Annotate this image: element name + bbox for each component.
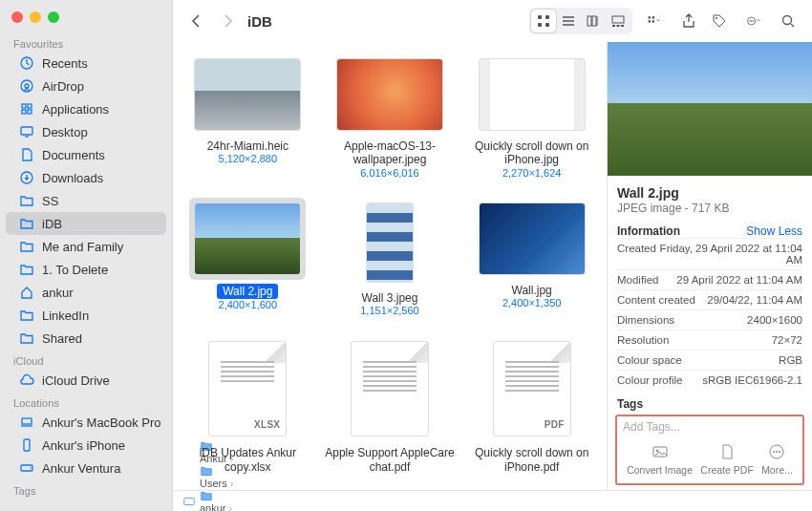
svg-point-31 [751,20,752,21]
zoom-window[interactable] [48,11,59,23]
phone-icon [19,437,34,453]
search-button[interactable] [776,10,801,32]
folder-icon [19,239,34,254]
share-button[interactable] [676,10,701,32]
sidebar-item-ss[interactable]: SS [6,189,166,212]
quick-action-convert-image[interactable]: Convert Image [627,443,693,476]
path-segment[interactable]: ankur [200,502,226,512]
folder-icon [200,489,213,502]
group-by-button[interactable] [638,10,671,32]
window-controls [0,8,172,32]
list-view-button[interactable] [556,10,581,32]
file-name: Quickly scroll down on iPhone.jpg [466,139,597,167]
svg-rect-24 [649,16,651,18]
file-icon-area[interactable]: 24hr-Miami.heic 5,120×2,880 Apple-macOS-… [173,42,607,490]
info-row: Content created29/04/22, 11:04 AM [617,289,802,309]
apps-icon [19,101,34,117]
icon-view-button[interactable] [531,10,556,32]
back-button[interactable] [184,10,209,32]
sidebar-item-label: Documents [42,148,105,162]
sidebar-item-me-and-family[interactable]: Me and Family [6,235,166,258]
sidebar-item-label: Shared [42,331,82,346]
file-item[interactable]: Wall 2.jpg 2,400×1,600 [179,190,317,324]
sidebar-item-shared[interactable]: Shared [6,327,166,350]
svg-point-32 [753,20,754,21]
file-item[interactable]: Wall.jpg 2,400×1,350 [462,190,601,324]
folder-icon [19,330,34,346]
file-item[interactable]: XLSX iDB Updates Ankur copy.xlsx [179,328,317,481]
svg-rect-6 [28,110,32,114]
svg-point-35 [655,450,658,453]
svg-rect-22 [617,25,620,27]
svg-rect-10 [24,439,30,451]
add-tags-input[interactable]: Add Tags... [623,420,797,434]
file-item[interactable]: Apple-macOS-13-wallpaper.jpeg 6,016×6,01… [321,46,459,186]
sidebar-item-label: Ankur's iPhone [42,438,125,453]
inspector-kind: JPEG image - 717 KB [617,202,802,215]
quick-action-more-[interactable]: More... [761,443,793,476]
file-name: Quickly scroll down on iPhone.pdf [466,446,597,474]
tags-header: Tags [617,397,802,411]
svg-point-28 [716,17,717,19]
sidebar-item-documents[interactable]: Documents [6,143,166,166]
sidebar-item-icloud-drive[interactable]: iCloud Drive [6,369,166,392]
sidebar: Favourites Recents AirDrop Applications … [0,0,173,511]
quick-action-create-pdf[interactable]: Create PDF [700,443,753,476]
folder-icon [19,193,34,208]
sidebar-item-airdrop[interactable]: AirDrop [6,75,166,97]
image-thumb [367,203,413,282]
sidebar-item-applications[interactable]: Applications [6,97,166,120]
file-item[interactable]: PDF Quickly scroll down on iPhone.pdf [462,328,601,481]
file-item[interactable]: Apple Support AppleCare chat.pdf [321,328,459,481]
actions-button[interactable] [737,10,770,32]
sidebar-item-1-to-delete[interactable]: 1. To Delete [6,258,166,281]
sidebar-item-ankur-s-iphone[interactable]: Ankur's iPhone [6,434,166,457]
svg-rect-40 [184,498,195,504]
sidebar-item-label: 1. To Delete [42,263,108,277]
file-dimensions: 6,016×6,016 [360,167,418,179]
file-dimensions: 5,120×2,880 [219,153,277,164]
column-view-button[interactable] [581,10,606,32]
laptop-icon [19,415,34,430]
quick-action-label: Convert Image [627,464,693,476]
file-item[interactable]: 24hr-Miami.heic 5,120×2,880 [179,46,317,186]
svg-rect-9 [22,418,32,424]
sidebar-item-label: Me and Family [42,240,123,254]
minimize-window[interactable] [30,11,41,23]
sidebar-item-label: Applications [42,102,109,117]
sidebar-group-title: iCloud [0,350,172,369]
sidebar-item-desktop[interactable]: Desktop [6,120,166,143]
svg-rect-3 [22,104,26,108]
svg-point-33 [783,16,792,25]
svg-point-30 [749,20,750,21]
svg-rect-7 [21,127,32,135]
svg-point-1 [21,80,32,92]
file-item[interactable]: Wall 3.jpeg 1,151×2,560 [321,190,459,324]
quick-action-icon [718,443,736,460]
close-window[interactable] [11,11,23,23]
show-less-toggle[interactable]: Show Less [746,224,802,238]
file-name: 24hr-Miami.heic [207,139,288,153]
preview-image [608,42,812,176]
sidebar-item-linkedin[interactable]: LinkedIn [6,304,166,327]
download-icon [19,170,34,185]
sidebar-item-ankur-s-macbook-pro[interactable]: Ankur's MacBook Pro [6,411,166,434]
gallery-view-button[interactable] [606,10,630,32]
image-thumb [480,203,585,274]
forward-button[interactable] [215,10,240,32]
sidebar-item-downloads[interactable]: Downloads [6,166,166,189]
desktop-icon [19,124,34,139]
sidebar-item-ankur-ventura[interactable]: Ankur Ventura [6,457,166,479]
sidebar-item-recents[interactable]: Recents [6,52,166,75]
sidebar-item-ankur[interactable]: ankur [6,281,166,304]
svg-point-39 [779,451,780,453]
sidebar-item-label: LinkedIn [42,309,89,323]
tags-button[interactable] [707,10,732,32]
svg-rect-21 [612,25,615,27]
quick-action-label: More... [761,464,793,476]
info-row: Dimensions2400×1600 [617,309,802,330]
file-item[interactable]: Quickly scroll down on iPhone.jpg 2,270×… [462,46,601,186]
info-row: CreatedFriday, 29 April 2022 at 11:04 AM [617,238,802,269]
svg-rect-27 [652,20,654,22]
sidebar-item-idb[interactable]: iDB [6,212,166,235]
